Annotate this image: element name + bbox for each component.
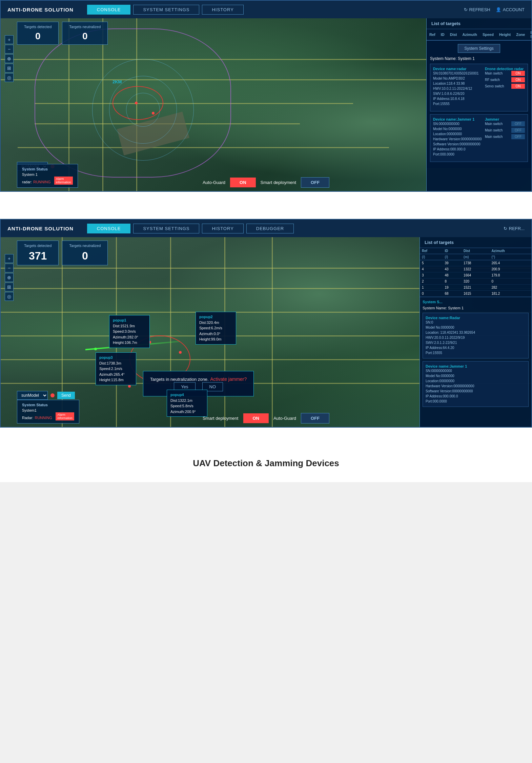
status-title-2: System Status [22, 403, 74, 407]
map-controls-1: + − ⊕ ⊞ ◎ [5, 35, 14, 82]
system-name-status-1: System 1 [22, 172, 73, 177]
map-area-1[interactable]: 2KM + − ⊕ ⊞ ◎ Targets detected 0 Targets… [1, 18, 531, 191]
popup-id42-2: popup4 Dist:1322.1m Speed:5.8m/s Azimuth… [167, 390, 207, 417]
targets-neutralized-value-2: 0 [69, 250, 101, 262]
jammer-main-switch-btn3-1[interactable]: OFF [511, 134, 525, 139]
auto-guard-off-btn-2[interactable]: OFF [301, 413, 329, 424]
targets-neutralized-value-1: 0 [69, 31, 101, 42]
nav-bar-1: ANTI-DRONE SOLUTION CONSOLE SYSTEM SETTI… [1, 1, 531, 18]
targets-table-2: Ref ID Dist Azimuth (/) (/) (m) (°) [420, 248, 531, 297]
targets-neutralized-box-1: Targets neutralized 0 [62, 22, 108, 45]
auto-guard-on-btn-1[interactable]: ON [230, 178, 256, 187]
rf-switch-btn-1[interactable]: ON [511, 77, 525, 82]
jammer-main-switch-btn2-1[interactable]: OFF [511, 128, 525, 133]
rf-switch-row-1: RF switch ON [485, 77, 525, 82]
tab-console-2[interactable]: CONSOLE [87, 224, 131, 233]
subcol2-id: (/) [443, 254, 462, 260]
table-row: 283200 [420, 279, 531, 285]
jammer-main-switch-btn1-1[interactable]: OFF [511, 121, 525, 126]
radar-status-row-1: radar: RUNNING Alarm information [22, 177, 73, 185]
tab-debugger-2[interactable]: DEBUGGER [246, 224, 294, 233]
targets-detected-value-1: 0 [24, 31, 52, 42]
tab-system-settings-1[interactable]: SYSTEM SETTINGS [133, 5, 199, 15]
radar-device-header-1: Device name:radar SN:01080701X0050261500… [433, 67, 525, 106]
smart-deployment-label-1: Smart deployment [261, 180, 296, 185]
targets-detected-label-1: Targets detected [24, 25, 52, 29]
road-p2-v-5 [272, 237, 273, 427]
layers-btn-2[interactable]: ⊞ [5, 283, 14, 291]
servo-switch-btn-1[interactable]: ON [511, 84, 525, 89]
popup-id19-2: popup1 Dist:1521.9m Speed:3.0m/s Azimuth… [109, 315, 150, 348]
list-targets-title-1: List of targets [427, 18, 531, 29]
target-marker-2 [152, 112, 155, 115]
sys-name-1: System Name: System 1 [430, 56, 528, 61]
targets-neutralized-box-2: Targets neutralized 0 [62, 241, 108, 265]
col-azimuth-1: Azimuth [460, 29, 480, 40]
alert-zone-text-2: Targets in neutralization zone. Activate… [150, 376, 247, 382]
radar-hwv-1: HWV:10.0.2.11-2022/4/12 [433, 86, 479, 91]
system-name-status-2: System1 [22, 408, 74, 412]
targets-detected-label-2: Targets detected [24, 244, 52, 248]
refresh-icon-1: ↻ [464, 7, 468, 12]
jammer-controls-1: Jammer Main switch OFF Main switch OFF [485, 117, 525, 157]
col-id-1: ID [438, 29, 447, 40]
system-status-1: System Status System 1 radar: RUNNING Al… [17, 164, 78, 188]
sys-settings-panel-1: System Settings System Name: System 1 De… [427, 40, 531, 168]
main-switch-row-1: Main switch ON [485, 71, 525, 76]
popup-id39-2: popup3 Dist:1738.3m Speed:2.1m/s Azimuth… [96, 352, 136, 385]
refresh-btn-2[interactable]: ↻ REFR... [504, 226, 525, 231]
zoom-out-btn-1[interactable]: − [5, 45, 14, 54]
radar-ip-1: IP Address:10.8.4.18 [433, 96, 479, 101]
zoom-out-btn-2[interactable]: − [5, 264, 14, 272]
main-switch-btn-1[interactable]: ON [511, 71, 525, 76]
location-btn-1[interactable]: ◎ [5, 73, 14, 82]
auto-guard-label-1: Auto-Guard [203, 180, 225, 185]
radar-model-1: Model No:AMPD30/2 [433, 76, 479, 81]
auto-guard-label-2: Auto-Guard [273, 416, 296, 421]
servo-switch-row-1: Servo switch ON [485, 84, 525, 89]
col-speed-1: Speed [480, 29, 496, 40]
compass-btn-1[interactable]: ⊕ [5, 54, 14, 63]
logo-2: ANTI-DRONE SOLUTION [7, 226, 74, 231]
logo-1: ANTI-DRONE SOLUTION [7, 7, 74, 13]
compass-btn-2[interactable]: ⊕ [5, 273, 14, 282]
smart-deployment-on-btn-2[interactable]: ON [243, 413, 269, 423]
jammer-info-1: Device name:Jammer 1 SN:00000000000 Mode… [433, 117, 482, 157]
panel1: ANTI-DRONE SOLUTION CONSOLE SYSTEM SETTI… [0, 0, 532, 192]
tab-system-settings-2[interactable]: SYSTEM SETTINGS [133, 224, 199, 233]
nav-right-1: ↻ REFRESH 👤 ACCOUNT [464, 7, 525, 12]
col-height-1: Height [496, 29, 513, 40]
model-select-2[interactable]: sunModel [17, 391, 48, 400]
radar-running-1: RUNNING [33, 180, 50, 184]
status-title-1: System Status [22, 167, 73, 171]
smart-deployment-off-btn-1[interactable]: OFF [301, 177, 329, 188]
nav-tabs-2: CONSOLE SYSTEM SETTINGS HISTORY DEBUGGER [87, 224, 294, 233]
radar-status-row-2: Radar: RUNNING Alarm information [22, 412, 74, 420]
tab-history-2[interactable]: HISTORY [202, 224, 243, 233]
nav-right-2: ↻ REFR... [504, 226, 525, 231]
panel2: ANTI-DRONE SOLUTION CONSOLE SYSTEM SETTI… [0, 219, 532, 428]
model-indicator-2 [50, 393, 55, 397]
account-icon-1: 👤 [496, 7, 501, 12]
target-counters-1: Targets detected 0 Targets neutralized 0 [17, 22, 108, 45]
location-btn-2[interactable]: ◎ [5, 292, 14, 301]
send-btn-2[interactable]: Send [57, 392, 75, 399]
zoom-in-btn-1[interactable]: + [5, 35, 14, 44]
map-area-2[interactable]: + − ⊕ ⊞ ◎ Targets detected 371 Targets n… [1, 237, 531, 427]
nav-tabs-1: CONSOLE SYSTEM SETTINGS HISTORY [87, 5, 244, 15]
tab-console-1[interactable]: CONSOLE [87, 5, 131, 15]
account-btn-1[interactable]: 👤 ACCOUNT [496, 7, 525, 12]
sys-settings-btn-1[interactable]: System Settings [458, 44, 500, 53]
radar-device-section-1: Device name:radar SN:01080701X0050261500… [430, 64, 528, 111]
targets-neutralized-label-2: Targets neutralized [69, 244, 101, 248]
radar-label-2: Radar: [22, 416, 33, 420]
tab-history-1[interactable]: HISTORY [202, 5, 243, 15]
targets-detected-value-2: 371 [24, 250, 52, 262]
jammer-device-section-1: Device name:Jammer 1 SN:00000000000 Mode… [430, 114, 528, 162]
targets-neutralized-label-1: Targets neutralized [69, 25, 101, 29]
system-status-2: System Status System1 Radar: RUNNING Ala… [17, 400, 79, 424]
refresh-btn-1[interactable]: ↻ REFRESH [464, 7, 490, 12]
table-row: 4431322200.9 [420, 266, 531, 272]
zoom-in-btn-2[interactable]: + [5, 254, 14, 263]
layers-btn-1[interactable]: ⊞ [5, 64, 14, 73]
